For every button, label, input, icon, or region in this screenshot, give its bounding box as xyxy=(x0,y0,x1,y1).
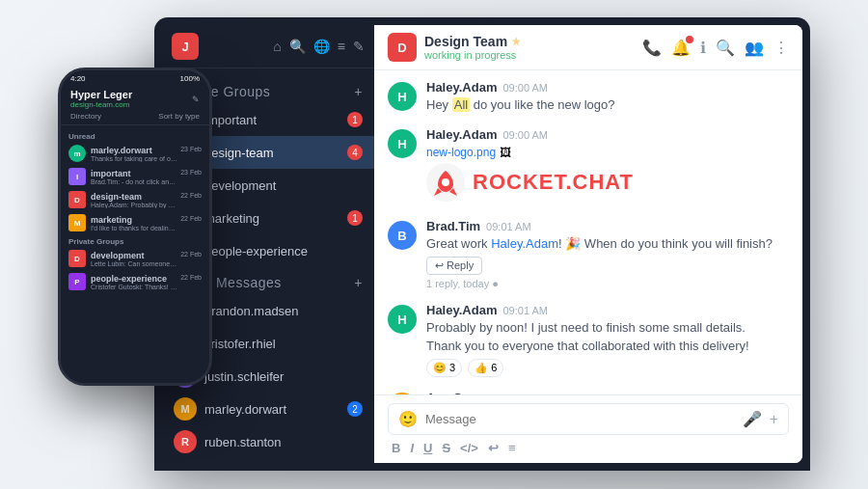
phone-time-people-experience: 22 Feb xyxy=(180,274,202,284)
bold-button[interactable]: B xyxy=(392,441,400,455)
more-icon[interactable]: ⋮ xyxy=(773,39,789,57)
underline-button[interactable]: U xyxy=(423,441,432,455)
phone-directory[interactable]: Directory xyxy=(70,112,101,121)
reaction-thumbs[interactable]: 👍 6 xyxy=(468,359,503,377)
add-group-icon[interactable]: + xyxy=(354,84,363,99)
phone-channel-people-experience[interactable]: P people-experience 22 Feb Cristofer Gut… xyxy=(61,270,209,293)
phone-avatar-important: I xyxy=(68,168,86,185)
reply-button[interactable]: ↩ Reply xyxy=(426,257,482,275)
image-icon: 🖼 xyxy=(500,146,511,159)
phone-channel-development[interactable]: D development 22 Feb Lette Lubin: Can so… xyxy=(61,247,209,270)
search-icon[interactable]: 🔍 xyxy=(289,39,306,54)
channel-name-important: important xyxy=(204,113,339,127)
phone-device: 4:20 100% Hyper Leger design-team.com ✎ … xyxy=(58,68,212,386)
phone-channel-info-people-experience: people-experience 22 Feb Cristofer Gutos… xyxy=(91,274,202,290)
dm-avatar-ruben: R xyxy=(174,430,197,453)
phone-channel-important[interactable]: I important 23 Feb Brad.Tim: - do not cl… xyxy=(61,165,209,188)
channel-name-development: development xyxy=(204,178,363,193)
dm-lucy[interactable]: L lucy.franci xyxy=(162,458,374,463)
msg-avatar-4: H xyxy=(388,305,417,334)
msg-author-2: Haley.Adam xyxy=(426,127,497,142)
chat-input-box[interactable]: 🙂 🎤 + xyxy=(388,403,789,435)
dm-marley[interactable]: M marley.dorwart 2 xyxy=(162,393,374,425)
channel-header-status: working in progress xyxy=(424,49,635,61)
msg-time-1: 09:00 AM xyxy=(502,82,547,94)
phone-channel-name-marley: marley.dorwart xyxy=(91,146,152,155)
msg-content-3: Brad.Tim 09:01 AM Great work Haley.Adam!… xyxy=(426,219,789,289)
image-preview: new-logo.png 🖼 xyxy=(426,146,789,159)
phone-time-marley: 23 Feb xyxy=(180,146,202,155)
list-button[interactable]: ≡ xyxy=(508,441,516,455)
msg-author-3: Brad.Tim xyxy=(426,219,480,233)
phone-sort[interactable]: Sort by type xyxy=(158,112,200,121)
rocket-text-logo: ROCKET.CHAT xyxy=(473,170,634,195)
phone-header-title-group: Hyper Leger design-team.com xyxy=(70,89,132,109)
dm-name-marley: marley.dorwart xyxy=(204,402,339,417)
msg-author-4: Haley.Adam xyxy=(426,303,497,317)
phone-body: Unread m marley.dorwart 23 Feb Thanks fo… xyxy=(61,125,209,383)
call-icon[interactable]: 📞 xyxy=(642,39,662,57)
image-filename[interactable]: new-logo.png xyxy=(426,146,496,159)
notification-bell[interactable]: 🔔 xyxy=(671,39,691,57)
chat-toolbar: B I U S </> ↩ ≡ xyxy=(388,441,789,455)
channel-name-people-experience: people-experience xyxy=(204,244,363,258)
message-input[interactable] xyxy=(425,412,735,426)
emoji-icon[interactable]: 🙂 xyxy=(398,410,418,428)
msg-text-4a: Probably by noon! I just need to finish … xyxy=(426,319,789,337)
add-dm-icon[interactable]: + xyxy=(354,275,363,290)
phone-header-row: Hyper Leger design-team.com ✎ xyxy=(70,89,200,109)
msg-header-4: Haley.Adam 09:01 AM xyxy=(426,303,789,317)
info-icon[interactable]: ℹ xyxy=(700,39,706,57)
channel-header-avatar: D xyxy=(388,33,417,62)
edit-icon[interactable]: ✎ xyxy=(353,39,365,54)
dm-avatar-marley: M xyxy=(174,397,197,421)
search-chat-icon[interactable]: 🔍 xyxy=(716,39,735,57)
phone-edit-icon[interactable]: ✎ xyxy=(192,95,200,104)
channel-header-name: Design Team ★ xyxy=(424,34,635,49)
plus-icon[interactable]: + xyxy=(770,411,778,428)
italic-button[interactable]: I xyxy=(410,441,414,455)
msg-text-3: Great work Haley.Adam! 🎉 When do you thi… xyxy=(426,235,789,253)
phone-msg-design-team: Haley.Adam: Probably by noon! I just nee… xyxy=(91,202,177,208)
reaction-smile[interactable]: 😊 3 xyxy=(426,359,462,377)
home-icon[interactable]: ⌂ xyxy=(273,39,281,54)
phone-channel-info-design-team: design-team 22 Feb Haley.Adam: Probably … xyxy=(91,192,202,208)
reply-info: 1 reply, today ● xyxy=(426,278,789,289)
strikethrough-button[interactable]: S xyxy=(442,441,450,455)
dm-ruben[interactable]: R ruben.stanton xyxy=(162,425,374,458)
list-icon[interactable]: ≡ xyxy=(338,39,345,54)
mic-icon[interactable]: 🎤 xyxy=(743,410,762,428)
mention-all: All xyxy=(452,97,470,112)
members-icon[interactable]: 👥 xyxy=(745,39,764,57)
phone-time: 4:20 xyxy=(70,74,86,83)
msg-time-2: 09:00 AM xyxy=(502,129,547,141)
phone-channel-name-marketing: marketing xyxy=(91,215,132,225)
code-button[interactable]: </> xyxy=(460,441,478,455)
globe-icon[interactable]: 🌐 xyxy=(313,39,330,54)
msg-avatar-3: B xyxy=(388,221,417,250)
channel-name-design-team: design-team xyxy=(204,146,339,160)
msg-header-3: Brad.Tim 09:01 AM xyxy=(426,219,789,233)
msg-avatar-2: H xyxy=(388,129,417,158)
phone-channel-marley[interactable]: m marley.dorwart 23 Feb Thanks for takin… xyxy=(61,142,209,165)
dm-badge-marley: 2 xyxy=(347,401,363,417)
phone-avatar-design-team-mobile: D xyxy=(68,191,86,208)
phone-channel-name-design-team: design-team xyxy=(91,192,142,202)
chat-header: D Design Team ★ working in progress 📞 🔔 … xyxy=(374,25,802,70)
phone-screen: 4:20 100% Hyper Leger design-team.com ✎ … xyxy=(61,70,209,383)
quote-button[interactable]: ↩ xyxy=(488,441,499,455)
phone-battery: 100% xyxy=(180,74,200,83)
msg-time-4: 09:01 AM xyxy=(502,305,547,316)
msg-content-2: Haley.Adam 09:00 AM new-logo.png 🖼 xyxy=(426,127,789,205)
dm-name-ruben: ruben.stanton xyxy=(204,435,363,449)
channel-name-marketing: marketing xyxy=(204,211,339,226)
phone-avatar-people-experience-mobile: P xyxy=(68,273,86,290)
phone-channel-design-team[interactable]: D design-team 22 Feb Haley.Adam: Probabl… xyxy=(61,188,209,211)
phone-channel-marketing[interactable]: M marketing 22 Feb I'd like to thanks fo… xyxy=(61,211,209,234)
msg-header-1: Haley.Adam 09:00 AM xyxy=(426,80,789,95)
star-icon[interactable]: ★ xyxy=(511,36,521,48)
phone-msg-development: Lette Lubin: Can someone help me out to … xyxy=(91,260,177,267)
chat-messages: H Haley.Adam 09:00 AM Hey All do you lik… xyxy=(374,70,802,394)
chat-header-actions: 📞 🔔 ℹ 🔍 👥 ⋮ xyxy=(642,39,789,57)
msg-content-4: Haley.Adam 09:01 AM Probably by noon! I … xyxy=(426,303,789,376)
